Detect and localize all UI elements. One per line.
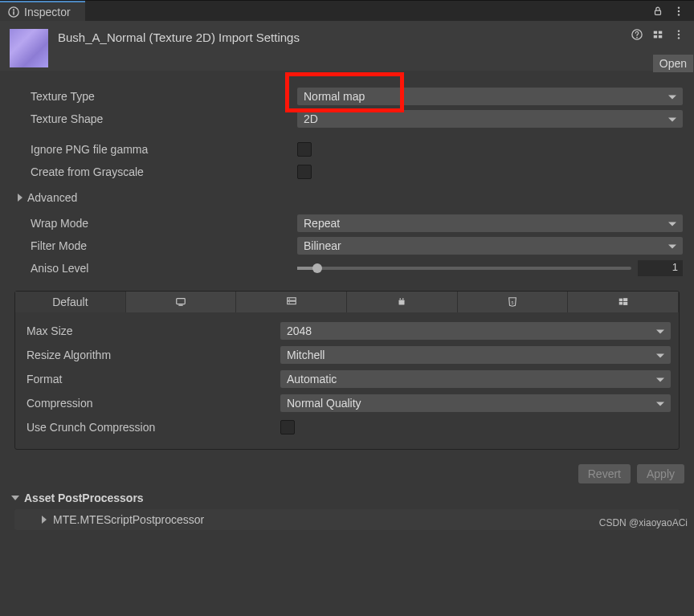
asset-title: Bush_A_Normal (Texture 2D) Import Settin…: [58, 29, 300, 44]
svg-rect-26: [618, 299, 622, 302]
svg-point-6: [678, 14, 680, 15]
format-label: Format: [23, 373, 280, 386]
create-from-grayscale-checkbox[interactable]: [297, 165, 312, 179]
resize-algorithm-label: Resize Algorithm: [23, 349, 280, 361]
svg-rect-9: [654, 31, 657, 35]
help-icon[interactable]: [631, 29, 643, 40]
svg-point-24: [402, 298, 404, 300]
compression-label: Compression: [23, 397, 280, 410]
platform-tab-android[interactable]: [347, 292, 458, 312]
watermark: CSDN @xiaoyaoACi: [599, 517, 688, 528]
platform-tab-default[interactable]: Default: [15, 292, 126, 312]
max-size-label: Max Size: [23, 324, 280, 337]
aniso-level-slider[interactable]: [297, 267, 631, 270]
svg-point-20: [288, 299, 289, 300]
lock-icon[interactable]: [652, 6, 663, 17]
platform-tab-server[interactable]: [236, 292, 347, 312]
svg-rect-12: [659, 35, 662, 39]
svg-rect-22: [399, 300, 405, 304]
svg-rect-10: [659, 31, 662, 35]
svg-rect-16: [177, 299, 186, 304]
filter-mode-label: Filter Mode: [16, 239, 297, 252]
svg-point-5: [678, 10, 680, 11]
platform-tab-webgl[interactable]: 5: [458, 292, 569, 312]
wrap-mode-value: Repeat: [304, 217, 340, 230]
svg-rect-29: [623, 302, 627, 305]
svg-rect-18: [287, 298, 296, 301]
platform-tab-standalone[interactable]: [126, 292, 237, 312]
wrap-mode-dropdown[interactable]: Repeat: [297, 214, 683, 232]
asset-postprocessors-label: Asset PostProcessors: [24, 492, 144, 504]
svg-rect-17: [178, 305, 182, 306]
ignore-png-gamma-checkbox[interactable]: [297, 142, 312, 157]
max-size-value: 2048: [287, 324, 312, 337]
format-dropdown[interactable]: Automatic: [280, 370, 671, 388]
svg-point-4: [678, 6, 680, 8]
texture-shape-dropdown[interactable]: 2D: [297, 110, 683, 128]
aniso-level-label: Aniso Level: [16, 262, 297, 275]
tab-label: Inspector: [24, 6, 71, 18]
filter-mode-dropdown[interactable]: Bilinear: [297, 237, 683, 255]
kebab-icon[interactable]: [673, 6, 684, 17]
use-crunch-label: Use Crunch Compression: [23, 421, 280, 434]
preset-icon[interactable]: [652, 29, 663, 40]
postprocessor-item[interactable]: MTE.MTEScriptPostprocessor: [14, 509, 680, 530]
resize-algorithm-value: Mitchell: [287, 349, 325, 361]
create-from-grayscale-label: Create from Grayscale: [16, 165, 297, 178]
texture-shape-label: Texture Shape: [16, 112, 297, 125]
aniso-level-value[interactable]: 1: [638, 260, 683, 276]
apply-button[interactable]: Apply: [637, 464, 684, 483]
svg-rect-3: [655, 10, 661, 14]
use-crunch-checkbox[interactable]: [280, 420, 295, 434]
max-size-dropdown[interactable]: 2048: [280, 322, 671, 340]
texture-type-value: Normal map: [304, 90, 365, 103]
platform-tab-windows[interactable]: [568, 292, 679, 312]
compression-value: Normal Quality: [287, 397, 361, 410]
windows-icon: [618, 296, 629, 308]
postprocessor-name: MTE.MTEScriptPostprocessor: [53, 513, 204, 526]
svg-text:5: 5: [512, 300, 514, 305]
advanced-label: Advanced: [27, 191, 77, 204]
revert-button[interactable]: Revert: [578, 464, 631, 483]
wrap-mode-label: Wrap Mode: [16, 217, 297, 230]
platform-tab-default-label: Default: [52, 296, 88, 308]
format-value: Automatic: [287, 373, 337, 386]
chevron-right-icon: [42, 516, 47, 524]
texture-shape-value: 2D: [304, 112, 318, 125]
svg-point-21: [288, 302, 289, 303]
svg-point-15: [678, 37, 680, 39]
slider-thumb[interactable]: [312, 263, 322, 273]
advanced-foldout[interactable]: Advanced: [16, 191, 683, 204]
info-icon: [8, 6, 19, 18]
svg-rect-27: [623, 298, 627, 301]
svg-point-23: [400, 298, 402, 300]
chevron-down-icon: [11, 496, 19, 500]
inspector-tab[interactable]: Inspector: [0, 1, 85, 22]
open-button[interactable]: Open: [653, 55, 693, 72]
html5-icon: 5: [507, 296, 518, 308]
svg-point-8: [636, 37, 638, 39]
compression-dropdown[interactable]: Normal Quality: [280, 394, 671, 412]
texture-type-dropdown[interactable]: Normal map: [297, 88, 683, 105]
svg-point-1: [13, 9, 14, 10]
svg-point-14: [678, 34, 680, 35]
svg-point-13: [678, 30, 680, 31]
monitor-icon: [175, 296, 186, 308]
server-icon: [286, 296, 297, 308]
texture-thumbnail: [10, 29, 48, 67]
asset-postprocessors-foldout[interactable]: Asset PostProcessors: [10, 490, 684, 509]
resize-algorithm-dropdown[interactable]: Mitchell: [280, 346, 671, 364]
filter-mode-value: Bilinear: [304, 239, 341, 252]
texture-type-label: Texture Type: [16, 90, 297, 103]
chevron-right-icon: [18, 194, 22, 202]
android-icon: [396, 296, 407, 308]
svg-rect-28: [618, 302, 622, 305]
svg-rect-2: [13, 11, 14, 14]
ignore-png-gamma-label: Ignore PNG file gamma: [16, 143, 297, 156]
kebab-icon[interactable]: [673, 29, 684, 40]
svg-rect-11: [654, 35, 657, 39]
svg-rect-19: [287, 301, 296, 304]
